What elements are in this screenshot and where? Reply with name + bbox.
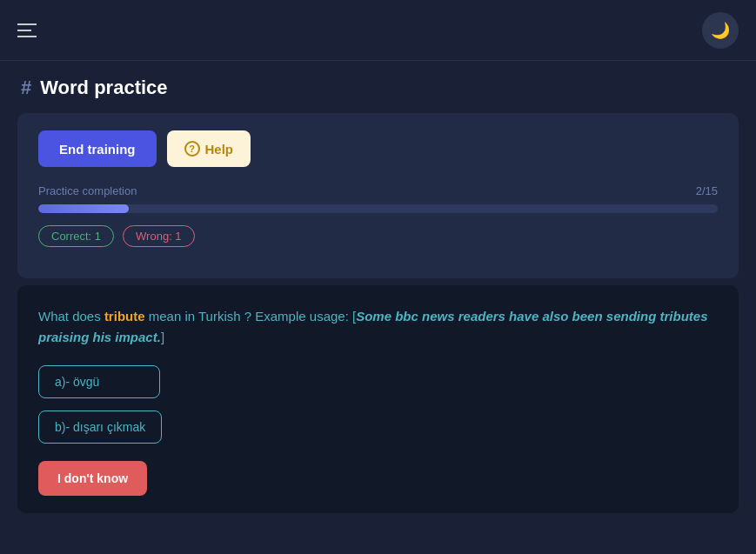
question-suffix: mean in Turkish ? Example usage: [ <box>145 309 357 324</box>
dont-know-button[interactable]: I don't know <box>38 461 147 496</box>
progress-bar-background <box>38 204 718 213</box>
end-training-button[interactable]: End training <box>38 130 157 167</box>
wrong-badge: Wrong: 1 <box>123 225 195 247</box>
action-buttons-row: End training ? Help <box>38 130 718 167</box>
question-closing: ] <box>161 330 164 344</box>
progress-bar-fill <box>38 204 129 213</box>
answer-options: a)- övgü b)- dışarı çıkmak <box>38 365 718 444</box>
theme-toggle-button[interactable]: 🌙 <box>702 12 739 49</box>
hash-icon: # <box>21 77 31 99</box>
answer-option-b[interactable]: b)- dışarı çıkmak <box>38 410 162 444</box>
help-circle-icon: ? <box>184 141 200 157</box>
progress-label-row: Practice completion 2/15 <box>38 184 718 197</box>
top-nav: 🌙 <box>0 0 756 61</box>
help-label: Help <box>205 142 234 157</box>
progress-count: 2/15 <box>696 184 718 197</box>
help-button[interactable]: ? Help <box>167 130 251 167</box>
page-title: Word practice <box>40 77 167 99</box>
hamburger-menu[interactable] <box>17 23 37 37</box>
correct-badge: Correct: 1 <box>38 225 114 247</box>
question-prefix: What does <box>38 309 104 324</box>
question-word: tribute <box>104 309 145 324</box>
moon-icon: 🌙 <box>711 21 730 40</box>
progress-section: Practice completion 2/15 Correct: 1 Wron… <box>38 184 718 247</box>
answer-option-a[interactable]: a)- övgü <box>38 365 160 398</box>
progress-label: Practice completion <box>38 184 137 197</box>
stats-row: Correct: 1 Wrong: 1 <box>38 225 718 247</box>
question-card: What does tribute mean in Turkish ? Exam… <box>17 285 739 513</box>
question-text: What does tribute mean in Turkish ? Exam… <box>38 306 718 348</box>
page-title-area: # Word practice <box>0 61 756 108</box>
main-card: End training ? Help Practice completion … <box>17 113 739 278</box>
